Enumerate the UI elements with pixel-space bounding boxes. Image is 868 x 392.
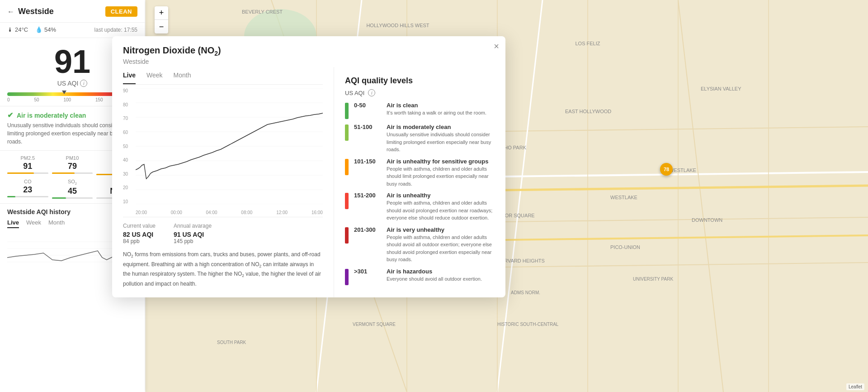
modal-close-button[interactable]: ×: [494, 42, 499, 51]
zoom-controls: + −: [155, 6, 168, 33]
svg-text:DOWNTOWN: DOWNTOWN: [692, 217, 722, 223]
pollutant-pm10: PM10 79: [52, 155, 93, 175]
svg-text:HISTORIC SOUTH-CENTRAL: HISTORIC SOUTH-CENTRAL: [497, 322, 559, 327]
quality-level-151-200: 151-200 Air is unhealthy People with ast…: [345, 192, 495, 222]
check-icon: ✔: [7, 111, 13, 120]
sidebar-header: ← Westside CLEAN: [0, 0, 145, 23]
status-text: Air is moderately clean: [17, 112, 86, 119]
current-aqi-value: 82 US AQI: [123, 231, 156, 238]
marker-value: 78: [664, 167, 669, 172]
chart-svg-wrapper: [136, 88, 323, 204]
modal-body: Live Week Month 90 80 70 60 50 40 30 20 …: [112, 67, 505, 297]
svg-text:PICO-UNION: PICO-UNION: [610, 244, 640, 250]
us-aqi-info-icon[interactable]: i: [368, 89, 375, 96]
us-aqi-label: US AQI: [345, 90, 364, 96]
modal-tabs[interactable]: Live Week Month: [123, 67, 323, 85]
aqi-info-icon[interactable]: i: [80, 80, 87, 87]
level-color-dark-red: [345, 227, 349, 244]
sidebar-meta: 🌡 24°C 💧 54% last update: 17:55: [0, 23, 145, 38]
svg-text:SOUTH PARK: SOUTH PARK: [217, 340, 246, 345]
annual-ppb-value: 145 ppb: [174, 238, 212, 244]
svg-text:VERMONT SQUARE: VERMONT SQUARE: [353, 322, 396, 327]
temperature-value: 24°C: [15, 26, 28, 33]
modal-description: NO2 forms from emissions from cars, truc…: [123, 250, 323, 288]
svg-text:EAST HOLLYWOOD: EAST HOLLYWOOD: [565, 109, 611, 114]
tab-history-month[interactable]: Month: [48, 219, 65, 228]
current-value-section: Current value 82 US AQI 84 ppb: [123, 223, 156, 244]
svg-text:HOLLYWOOD HILLS WEST: HOLLYWOOD HILLS WEST: [366, 23, 429, 28]
modal-header: Nitrogen Dioxide (NO2) Westside: [112, 36, 505, 67]
modal-title: Nitrogen Dioxide (NO2): [123, 45, 495, 57]
humidity-value: 54%: [44, 26, 56, 33]
quality-level-201-300: 201-300 Air is very unhealthy People wit…: [345, 226, 495, 263]
current-label: Current value: [123, 223, 156, 229]
tab-month[interactable]: Month: [174, 72, 191, 84]
aqi-position-indicator: [62, 91, 66, 94]
level-color-orange: [345, 159, 349, 175]
tab-history-live[interactable]: Live: [7, 219, 19, 228]
tab-live[interactable]: Live: [123, 72, 136, 84]
svg-text:LOS FELIZ: LOS FELIZ: [575, 41, 600, 46]
pollutant-so2: SO2 45: [52, 179, 93, 199]
clean-badge: CLEAN: [105, 6, 137, 17]
modal-right: AQI quality levels US AQI i 0-50 Air is …: [334, 67, 505, 297]
level-color-green: [345, 103, 349, 119]
quality-level-0-50: 0-50 Air is clean It's worth taking a wa…: [345, 102, 495, 119]
detail-modal: × Nitrogen Dioxide (NO2) Westside Live W…: [112, 36, 505, 297]
annual-aqi-value: 91 US AQI: [174, 231, 212, 238]
annual-label: Annual avarage: [174, 223, 212, 229]
modal-left: Live Week Month 90 80 70 60 50 40 30 20 …: [112, 67, 334, 297]
pollutant-pm25: PM2.5 91: [7, 155, 48, 175]
aqi-quality-title: AQI quality levels: [345, 67, 495, 89]
tab-week[interactable]: Week: [146, 72, 163, 84]
humidity-item: 💧 54%: [35, 26, 56, 33]
last-update: last update: 17:55: [94, 27, 137, 33]
quality-level-51-100: 51-100 Air is moderately clean Unusually…: [345, 124, 495, 153]
chart-y-labels: 90 80 70 60 50 40 30 20 10: [123, 88, 134, 204]
map-marker[interactable]: 78: [660, 163, 673, 176]
main-chart-area: 90 80 70 60 50 40 30 20 10: [123, 88, 323, 215]
location-header[interactable]: ← Westside: [7, 7, 54, 16]
svg-text:BEVERLY CREST: BEVERLY CREST: [242, 9, 283, 14]
annual-value-section: Annual avarage 91 US AQI 145 ppb: [174, 223, 212, 244]
quality-levels: 0-50 Air is clean It's worth taking a wa…: [345, 102, 495, 285]
level-color-red: [345, 193, 349, 209]
current-annual-section: Current value 82 US AQI 84 ppb Annual av…: [123, 217, 323, 248]
current-ppb-value: 84 ppb: [123, 238, 156, 244]
quality-level-301: >301 Air is hazardous Everyone should av…: [345, 268, 495, 285]
map-attribution: Leaflet: [846, 383, 864, 390]
temperature-item: 🌡 24°C: [7, 26, 28, 33]
thermometer-icon: 🌡: [7, 26, 13, 33]
modal-subtitle: Westside: [123, 58, 495, 65]
us-aqi-row: US AQI i: [345, 89, 495, 96]
svg-text:WESTLAKE: WESTLAKE: [610, 195, 637, 200]
location-name: Westside: [18, 7, 54, 16]
pollutant-co: CO 23: [7, 179, 48, 199]
svg-text:ELYSIAN VALLEY: ELYSIAN VALLEY: [701, 86, 741, 91]
zoom-out-button[interactable]: −: [155, 20, 168, 33]
level-color-light-green: [345, 124, 349, 141]
quality-level-101-150: 101-150 Air is unhealthy for sensitive g…: [345, 158, 495, 188]
back-button[interactable]: ←: [7, 8, 14, 16]
zoom-in-button[interactable]: +: [155, 6, 168, 20]
tab-history-week[interactable]: Week: [26, 219, 41, 228]
svg-text:WESTLAKE: WESTLAKE: [669, 167, 696, 173]
humidity-icon: 💧: [35, 26, 42, 33]
chart-x-labels: 20:00 00:00 04:00 08:00 12:00 16:00: [136, 210, 323, 215]
svg-text:ADMS NORM.: ADMS NORM.: [511, 290, 540, 295]
level-color-purple: [345, 269, 349, 285]
svg-text:UNIVERSITY PARK: UNIVERSITY PARK: [633, 277, 673, 282]
